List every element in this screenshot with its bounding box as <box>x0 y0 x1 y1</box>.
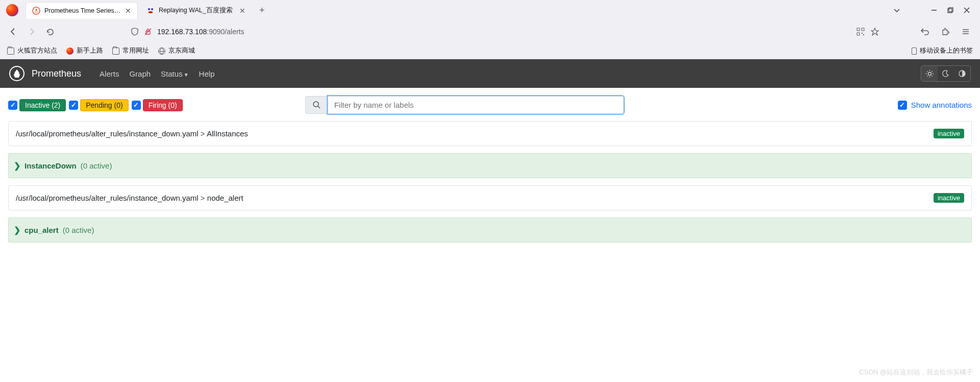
lock-insecure-icon <box>144 28 152 36</box>
svg-line-19 <box>932 71 932 71</box>
back-button[interactable] <box>5 23 21 40</box>
filter-row: Inactive (2) Pending (0) Firing (0) Show… <box>8 96 972 114</box>
alerts-content: Inactive (2) Pending (0) Firing (0) Show… <box>0 88 980 258</box>
chevron-right-icon: > <box>201 194 205 202</box>
inactive-checkbox[interactable] <box>8 101 17 110</box>
firing-checkbox[interactable] <box>132 101 141 110</box>
rule-group-header[interactable]: /usr/local/prometheus/alter_rules/instan… <box>8 185 972 210</box>
svg-point-11 <box>928 72 931 75</box>
mobile-icon <box>912 47 917 55</box>
new-tab-button[interactable]: + <box>254 3 270 18</box>
rule-group-title: /usr/local/prometheus/alter_rules/instan… <box>16 129 934 138</box>
bookmark-item[interactable]: 京东商城 <box>158 46 195 55</box>
inactive-badge: Inactive (2) <box>19 99 66 111</box>
search-icon <box>305 96 328 114</box>
svg-point-2 <box>151 8 153 10</box>
nav-status[interactable]: Status▼ <box>161 69 188 78</box>
bookmark-item[interactable]: 新手上路 <box>66 46 103 55</box>
nav-graph[interactable]: Graph <box>129 69 151 78</box>
svg-rect-8 <box>857 33 860 35</box>
expand-chevron-icon: ❯ <box>14 225 20 235</box>
alert-count: (0 active) <box>81 161 112 170</box>
alert-count: (0 active) <box>63 226 94 234</box>
bookmarks-bar: 火狐官方站点 新手上路 常用网址 京东商城 移动设备上的书签 <box>0 43 980 59</box>
annotations-checkbox[interactable] <box>898 101 907 110</box>
rule-group-title: /usr/local/prometheus/alter_rules/instan… <box>16 194 934 202</box>
pending-badge: Pending (0) <box>80 99 128 111</box>
nav-help[interactable]: Help <box>199 69 215 78</box>
prometheus-brand[interactable]: Prometheus <box>9 66 81 81</box>
svg-line-16 <box>927 71 927 71</box>
undo-close-icon[interactable] <box>917 23 933 40</box>
mobile-bookmarks[interactable]: 移动设备上的书签 <box>912 46 973 55</box>
prometheus-logo-icon <box>9 66 24 81</box>
rule-group: /usr/local/prometheus/alter_rules/instan… <box>8 185 972 243</box>
status-badge: inactive <box>934 129 964 138</box>
chevron-right-icon: > <box>201 129 205 138</box>
tab-list-icon[interactable] <box>893 7 900 14</box>
folder-icon <box>112 47 119 55</box>
rule-group: /usr/local/prometheus/alter_rules/instan… <box>8 121 972 178</box>
app-menu-icon[interactable] <box>958 23 974 40</box>
tab-title: Replaying WAL_百度搜索 <box>159 6 235 15</box>
browser-chrome: Prometheus Time Series Colle ✕ Replaying… <box>0 0 980 59</box>
globe-icon <box>158 47 165 55</box>
browser-tab-inactive[interactable]: Replaying WAL_百度搜索 ✕ <box>140 2 252 19</box>
theme-light-button[interactable] <box>921 66 938 81</box>
folder-icon <box>7 47 14 55</box>
firefox-logo-icon <box>6 4 18 16</box>
svg-point-1 <box>148 8 150 10</box>
annotations-label[interactable]: Show annotations <box>911 101 972 109</box>
firing-badge: Firing (0) <box>143 99 183 111</box>
url-text: 192.168.73.108:9090/alerts <box>157 28 851 36</box>
bookmark-star-icon[interactable] <box>871 28 879 36</box>
search-group <box>305 96 624 114</box>
reload-button[interactable] <box>42 23 58 40</box>
alert-rule-row[interactable]: ❯ InstanceDown (0 active) <box>8 153 972 178</box>
prometheus-navbar: Prometheus Alerts Graph Status▼ Help <box>0 59 980 88</box>
alert-rule-row[interactable]: ❯ cpu_alert (0 active) <box>8 218 972 243</box>
maximize-icon[interactable] <box>947 7 953 13</box>
status-badge: inactive <box>934 193 964 203</box>
prometheus-favicon-icon <box>32 7 40 15</box>
extensions-icon[interactable] <box>937 23 953 40</box>
bookmark-item[interactable]: 常用网址 <box>112 46 149 55</box>
svg-rect-4 <box>949 8 953 12</box>
tab-bar: Prometheus Time Series Colle ✕ Replaying… <box>0 0 980 20</box>
filter-input[interactable] <box>328 96 624 114</box>
svg-rect-3 <box>948 9 952 13</box>
theme-dark-button[interactable] <box>938 66 954 81</box>
address-bar: 192.168.73.108:9090/alerts <box>0 20 980 43</box>
alert-name: cpu_alert <box>24 226 59 234</box>
rule-group-header[interactable]: /usr/local/prometheus/alter_rules/instan… <box>8 121 972 146</box>
forward-button <box>23 23 40 40</box>
firefox-icon <box>66 47 74 55</box>
url-bar[interactable]: 192.168.73.108:9090/alerts <box>127 23 883 40</box>
theme-toggle <box>921 65 971 82</box>
caret-down-icon: ▼ <box>184 72 189 78</box>
svg-rect-6 <box>857 28 860 31</box>
alert-name: InstanceDown <box>24 161 77 170</box>
svg-line-18 <box>927 76 927 76</box>
svg-rect-9 <box>862 33 863 34</box>
svg-rect-10 <box>863 34 864 35</box>
tab-close-icon[interactable]: ✕ <box>125 7 131 15</box>
expand-chevron-icon: ❯ <box>14 161 20 171</box>
theme-auto-button[interactable] <box>954 66 970 81</box>
tab-close-icon[interactable]: ✕ <box>239 7 246 15</box>
browser-tab-active[interactable]: Prometheus Time Series Colle ✕ <box>26 2 138 19</box>
close-window-icon[interactable] <box>964 7 970 13</box>
bookmark-item[interactable]: 火狐官方站点 <box>7 46 57 55</box>
qr-icon[interactable] <box>856 28 865 36</box>
minimize-icon[interactable] <box>931 7 937 13</box>
pending-checkbox[interactable] <box>69 101 78 110</box>
window-controls <box>893 7 976 14</box>
svg-point-21 <box>313 102 318 107</box>
baidu-favicon-icon <box>146 7 155 15</box>
svg-rect-7 <box>862 28 864 31</box>
nav-alerts[interactable]: Alerts <box>100 69 119 78</box>
shield-icon <box>131 28 139 36</box>
show-annotations: Show annotations <box>898 101 972 110</box>
svg-line-22 <box>318 106 320 108</box>
tab-title: Prometheus Time Series Colle <box>44 7 121 14</box>
